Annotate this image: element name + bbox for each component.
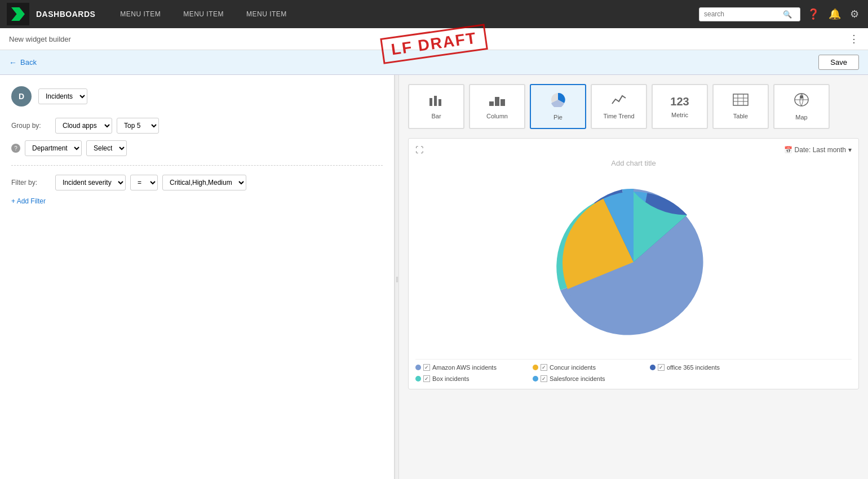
chart-type-table[interactable]: Table	[712, 84, 769, 129]
legend-dot-concur	[533, 365, 538, 370]
chart-type-bar-label: Bar	[431, 113, 441, 119]
svg-rect-7	[733, 94, 748, 105]
chart-type-bar[interactable]: Bar	[408, 84, 464, 129]
back-arrow-icon: ←	[9, 58, 17, 67]
panel-splitter[interactable]: ‖	[395, 75, 399, 479]
nav-brand: DASHBOARDS	[36, 10, 95, 19]
legend-checkbox-concur[interactable]: ✓	[541, 364, 547, 371]
top-nav: DASHBOARDS MENU ITEM MENU ITEM MENU ITEM…	[0, 0, 868, 28]
sub-header: New widget builder ⋮	[0, 28, 868, 50]
nav-item-2[interactable]: MENU ITEM	[172, 0, 235, 28]
metric-icon: 123	[670, 95, 689, 108]
legend-checkbox-aws[interactable]: ✓	[423, 364, 430, 371]
nav-item-1[interactable]: MENU ITEM	[109, 0, 172, 28]
filter-by-row: Filter by: Incident severity Status Cate…	[11, 175, 383, 190]
legend-label-aws: Amazon AWS incidents	[432, 364, 497, 371]
map-icon	[794, 92, 809, 110]
chart-type-pie[interactable]: Pie	[530, 84, 586, 129]
pie-chart-container	[415, 172, 852, 352]
filter-by-label: Filter by:	[11, 179, 51, 187]
chart-type-column-label: Column	[486, 113, 508, 119]
column-chart-icon	[489, 94, 505, 109]
chart-header: ⛶ 📅 Date: Last month ▾	[415, 145, 852, 154]
svg-rect-0	[429, 98, 432, 106]
filter-value-select[interactable]: Critical,High,Medium Critical High Mediu…	[162, 175, 246, 190]
secondary-value-select[interactable]: Select	[86, 140, 127, 156]
chart-area: ⛶ 📅 Date: Last month ▾ Add chart title	[408, 138, 859, 389]
chart-type-metric[interactable]: 123 Metric	[652, 84, 708, 129]
group-by-label: Group by:	[11, 122, 51, 130]
chart-type-column[interactable]: Column	[469, 84, 525, 129]
legend-item-o365: ✓ office 365 incidents	[650, 364, 763, 371]
notifications-icon[interactable]: 🔔	[826, 6, 843, 23]
search-box: 🔍	[699, 7, 800, 21]
save-button[interactable]: Save	[818, 55, 859, 70]
date-label: Date: Last month	[795, 146, 846, 154]
legend-item-aws: ✓ Amazon AWS incidents	[415, 364, 528, 371]
legend-dot-salesforce	[533, 376, 538, 382]
help-icon[interactable]: ❓	[805, 6, 822, 23]
date-selector[interactable]: 📅 Date: Last month ▾	[784, 146, 852, 154]
avatar: D	[11, 86, 32, 107]
secondary-group-row: ? Department User App Select	[11, 140, 383, 156]
back-button[interactable]: ← Back	[9, 58, 37, 67]
secondary-field-select[interactable]: Department User App	[25, 140, 82, 156]
date-chevron-icon: ▾	[848, 146, 852, 154]
svg-rect-4	[495, 97, 499, 106]
search-input[interactable]	[704, 10, 783, 18]
svg-rect-1	[434, 96, 437, 106]
legend-dot-aws	[415, 365, 421, 370]
legend-item-salesforce: ✓ Salesforce incidents	[533, 375, 645, 382]
legend-label-o365: office 365 incidents	[667, 364, 720, 371]
svg-point-14	[800, 95, 803, 99]
chart-type-table-label: Table	[733, 113, 748, 119]
legend-checkbox-salesforce[interactable]: ✓	[541, 375, 547, 382]
chart-type-metric-label: Metric	[671, 112, 688, 118]
legend: ✓ Amazon AWS incidents ✓ Concur incident…	[415, 359, 852, 382]
svg-rect-5	[501, 99, 505, 106]
chart-type-map[interactable]: Map	[773, 84, 830, 129]
nav-item-3[interactable]: MENU ITEM	[235, 0, 298, 28]
pie-chart-icon	[551, 92, 565, 110]
legend-dot-o365	[650, 365, 656, 370]
fullscreen-icon[interactable]: ⛶	[415, 145, 423, 154]
pie-chart-overlay	[543, 178, 724, 347]
svg-rect-3	[489, 101, 494, 106]
back-bar: ← Back Save	[0, 50, 868, 75]
calendar-icon: 📅	[784, 146, 792, 154]
search-icon: 🔍	[783, 10, 792, 19]
right-panel: Bar Column	[399, 75, 868, 479]
chart-type-selector: Bar Column	[408, 84, 859, 129]
main-layout: D Incidents Alerts Events Group by: Clou…	[0, 75, 868, 479]
legend-checkbox-o365[interactable]: ✓	[658, 364, 665, 371]
left-panel: D Incidents Alerts Events Group by: Clou…	[0, 75, 395, 479]
data-source-row: D Incidents Alerts Events	[11, 86, 383, 107]
legend-label-box: Box incidents	[432, 375, 469, 382]
logo[interactable]	[7, 3, 29, 25]
legend-item-concur: ✓ Concur incidents	[533, 364, 645, 371]
settings-icon[interactable]: ⚙	[848, 6, 861, 23]
chart-type-map-label: Map	[795, 114, 807, 121]
add-filter-button[interactable]: + Add Filter	[11, 197, 383, 205]
back-label: Back	[20, 58, 37, 66]
chart-type-time-trend[interactable]: Time Trend	[591, 84, 647, 129]
logo-icon	[11, 7, 25, 21]
group-by-field-select[interactable]: Cloud apps Department User	[55, 118, 112, 134]
svg-rect-2	[439, 99, 441, 106]
chart-title[interactable]: Add chart title	[415, 159, 852, 167]
divider	[11, 165, 383, 166]
filter-field-select[interactable]: Incident severity Status Category	[55, 175, 126, 190]
bar-chart-icon	[428, 94, 444, 109]
data-source-select[interactable]: Incidents Alerts Events	[38, 88, 87, 104]
help-tooltip-icon[interactable]: ?	[11, 144, 20, 153]
filter-operator-select[interactable]: = != > <	[130, 175, 158, 190]
legend-label-concur: Concur incidents	[550, 364, 596, 371]
legend-item-box: ✓ Box incidents	[415, 375, 528, 382]
table-icon	[733, 94, 749, 109]
group-by-top-select[interactable]: Top 5 Top 10 Top 20	[117, 118, 159, 134]
time-trend-icon	[611, 94, 627, 109]
nav-menu: MENU ITEM MENU ITEM MENU ITEM	[109, 0, 699, 28]
nav-right: 🔍 ❓ 🔔 ⚙	[699, 6, 861, 23]
legend-checkbox-box[interactable]: ✓	[423, 375, 430, 382]
more-options-icon[interactable]: ⋮	[849, 33, 859, 45]
